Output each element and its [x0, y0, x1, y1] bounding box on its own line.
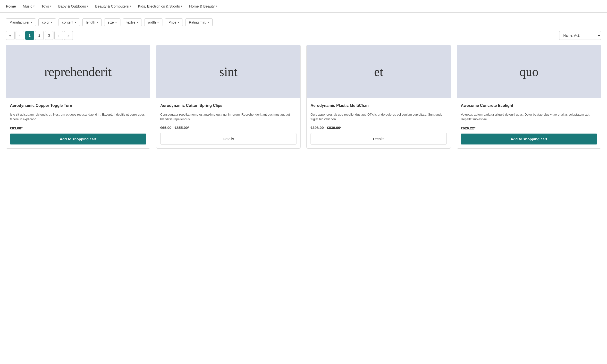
next-page-button[interactable]: ›: [54, 31, 63, 40]
nav-item-kids--electronics---sports[interactable]: Kids, Electronics & Sports▾: [138, 3, 182, 9]
product-desc-0: Iste sit quisquam reiciendis ut. Nostrum…: [10, 112, 146, 122]
page-1-button[interactable]: 1: [25, 31, 34, 40]
filter-bar: Manufacturer▾color▾content▾length▾size▾t…: [0, 13, 607, 26]
page-2-button[interactable]: 2: [35, 31, 44, 40]
details-button-2[interactable]: Details: [310, 133, 447, 144]
chevron-down-icon: ▾: [87, 5, 88, 8]
prev-page-button[interactable]: ‹: [15, 31, 24, 40]
filter-size[interactable]: size▾: [104, 18, 120, 26]
add-to-cart-button-0[interactable]: Add to shopping cart: [10, 133, 146, 144]
product-price-3: €626.22*: [461, 126, 597, 130]
filter-textile[interactable]: textile▾: [123, 18, 142, 26]
pagination: «‹123›»: [6, 31, 73, 40]
product-card-2: etAerodynamic Plastic MultiChanQuis aspe…: [306, 45, 451, 149]
sort-container: Name, A-ZName, Z-APrice, low to highPric…: [559, 31, 601, 40]
chevron-down-icon: ▾: [157, 21, 159, 24]
product-price-0: €83.08*: [10, 126, 146, 130]
toolbar: «‹123›» Name, A-ZName, Z-APrice, low to …: [0, 26, 607, 45]
filter-content[interactable]: content▾: [59, 18, 80, 26]
chevron-down-icon: ▾: [75, 21, 76, 24]
chevron-down-icon: ▾: [181, 5, 182, 8]
product-name-2: Aerodynamic Plastic MultiChan: [310, 103, 447, 108]
chevron-down-icon: ▾: [51, 21, 52, 24]
product-image-3: quo: [457, 45, 601, 98]
sort-select[interactable]: Name, A-ZName, Z-APrice, low to highPric…: [559, 31, 601, 40]
chevron-down-icon: ▾: [130, 5, 131, 8]
product-name-3: Awesome Concrete Ecolight: [461, 103, 597, 108]
product-desc-2: Quis asperiores ab quo repellendus aut. …: [310, 112, 447, 122]
chevron-down-icon: ▾: [216, 5, 217, 8]
product-card-3: quoAwesome Concrete EcolightVoluptas aut…: [457, 45, 601, 149]
chevron-down-icon: ▾: [207, 21, 209, 24]
chevron-down-icon: ▾: [97, 21, 98, 24]
chevron-down-icon: ▾: [50, 5, 52, 8]
product-card-1: sintAerodynamic Cotton Spring ClipsConse…: [156, 45, 301, 149]
nav-item-toys[interactable]: Toys▾: [41, 3, 52, 9]
filter-color[interactable]: color▾: [38, 18, 56, 26]
product-desc-1: Consequatur repellat nemo est maxime qui…: [160, 112, 297, 122]
chevron-down-icon: ▾: [137, 21, 138, 24]
page-3-button[interactable]: 3: [45, 31, 53, 40]
product-desc-3: Voluptas autem pariatur aliquid deleniti…: [461, 112, 597, 122]
nav-item-music[interactable]: Music▾: [23, 3, 35, 9]
details-button-1[interactable]: Details: [160, 133, 297, 144]
product-card-0: reprehenderitAerodynamic Copper Toggle T…: [6, 45, 150, 149]
chevron-down-icon: ▾: [178, 21, 179, 24]
chevron-down-icon: ▾: [115, 21, 117, 24]
nav-item-baby---outdoors[interactable]: Baby & Outdoors▾: [58, 3, 88, 9]
last-page-button[interactable]: »: [64, 31, 73, 40]
product-image-2: et: [307, 45, 451, 98]
nav-item-beauty---computers[interactable]: Beauty & Computers▾: [95, 3, 131, 9]
nav-item-home---beauty[interactable]: Home & Beauty▾: [189, 3, 217, 9]
chevron-down-icon: ▾: [31, 21, 32, 24]
filter-manufacturer[interactable]: Manufacturer▾: [6, 18, 36, 26]
product-name-1: Aerodynamic Cotton Spring Clips: [160, 103, 297, 108]
product-grid: reprehenderitAerodynamic Copper Toggle T…: [0, 45, 607, 155]
product-name-0: Aerodynamic Copper Toggle Turn: [10, 103, 146, 108]
product-price-2: €398.00 - €830.00*: [310, 126, 447, 130]
filter-width[interactable]: width▾: [144, 18, 162, 26]
filter-rating-min.[interactable]: Rating min.▾: [185, 18, 213, 26]
main-nav: HomeMusic▾Toys▾Baby & Outdoors▾Beauty & …: [0, 0, 607, 13]
filter-price[interactable]: Price▾: [165, 18, 183, 26]
nav-item-home[interactable]: Home: [6, 3, 16, 9]
product-image-1: sint: [156, 45, 300, 98]
product-price-1: €65.00 - €855.00*: [160, 126, 297, 130]
product-image-0: reprehenderit: [6, 45, 150, 98]
add-to-cart-button-3[interactable]: Add to shopping cart: [461, 133, 597, 144]
first-page-button[interactable]: «: [6, 31, 14, 40]
filter-length[interactable]: length▾: [82, 18, 102, 26]
chevron-down-icon: ▾: [33, 5, 35, 8]
